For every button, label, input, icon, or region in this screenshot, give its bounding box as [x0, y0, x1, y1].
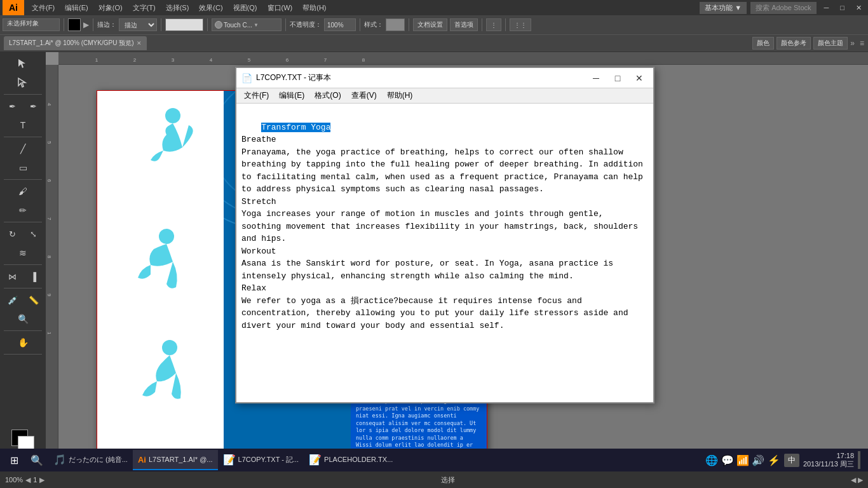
zoom-nav-right[interactable]: ▶ — [39, 476, 44, 484]
touch-label: Touch C... — [224, 22, 252, 29]
menu-help[interactable]: 帮助(H) — [297, 2, 331, 14]
document-tab[interactable]: L7START_1.Ai* @ 100% (CMYK/GPU 预览) ✕ — [4, 36, 147, 50]
windows-taskbar: ⊞ 🔍 🎵 だったのに (純音... Ai L7START_1.AI* @...… — [0, 449, 868, 471]
menu-object[interactable]: 对象(O) — [93, 2, 128, 14]
taskbar-icons-misc[interactable]: 🌐 💬 📶 🔊 ⚡ — [705, 454, 780, 466]
tool-divider-5 — [4, 264, 42, 265]
stroke-label: 描边： — [97, 20, 116, 29]
toolbar-divider-1 — [64, 18, 64, 31]
pen-add-tool[interactable]: ✒ — [24, 97, 43, 115]
np-menu-help[interactable]: 帮助(H) — [382, 89, 418, 102]
taskbar-item-illustrator[interactable]: Ai L7START_1.AI* @... — [133, 450, 218, 470]
pencil-tool[interactable]: ✏ — [3, 201, 43, 219]
status-text: 选择 — [441, 475, 455, 485]
more-options-btn[interactable]: ⋮ — [486, 18, 501, 31]
notepad-titlebar: 📄 L7COPY.TXT - 记事本 ─ □ ✕ — [236, 68, 653, 88]
column-graph-tool[interactable]: ▐ — [24, 268, 43, 285]
measure-tool[interactable]: 📏 — [24, 291, 43, 309]
doc-tab-close-btn[interactable]: ✕ — [137, 40, 142, 46]
toolbar-divider-9 — [505, 18, 506, 31]
menu-edit[interactable]: 编辑(E) — [60, 2, 93, 14]
doc-settings-btn[interactable]: 文档设置 — [413, 18, 447, 31]
menu-file[interactable]: 文件(F) — [27, 2, 60, 14]
menu-view[interactable]: 视图(Q) — [228, 2, 262, 14]
pen-tools: ✒ ✒ — [3, 97, 43, 115]
notepad-menubar: 文件(F) 编辑(E) 格式(O) 查看(V) 帮助(H) — [236, 88, 653, 104]
top-right-controls: 基本功能 ▼ 搜索 Adobe Stock ─ □ ✕ — [700, 2, 865, 14]
style-box[interactable] — [386, 18, 405, 31]
tool-divider-8 — [4, 354, 42, 355]
panels-menu-btn[interactable]: ≡ — [860, 39, 864, 48]
search-stock-input[interactable]: 搜索 Adobe Stock — [750, 2, 816, 14]
blend-tool[interactable]: ⋈ — [3, 268, 22, 285]
rotate-tool[interactable]: ↻ — [3, 225, 22, 243]
blend-tools: ⋈ ▐ — [3, 268, 43, 285]
np-menu-view[interactable]: 查看(V) — [346, 89, 382, 102]
taskbar-time-display: 17:18 — [836, 452, 854, 459]
toolbar: 未选择对象 ▶ 描边： 描边 Touch C... ▼ 不透明度： 样式： 文档… — [0, 15, 868, 34]
opacity-input[interactable] — [324, 18, 356, 31]
type-tool[interactable]: T — [3, 116, 43, 134]
start-button[interactable]: ⊞ — [3, 450, 25, 470]
workspace-dropdown[interactable]: 基本功能 ▼ — [700, 2, 747, 14]
color-fill-input[interactable] — [165, 18, 203, 31]
ruler-left: 4 5 6 7 8 9 1 — [46, 65, 58, 471]
fill-arrow-icon: ▶ — [83, 20, 89, 29]
toolbar-divider-6 — [360, 18, 360, 31]
notepad-minimize-btn[interactable]: ─ — [587, 69, 605, 87]
input-language-indicator[interactable]: 中 — [784, 454, 799, 467]
close-btn[interactable]: ✕ — [852, 4, 865, 12]
menu-text[interactable]: 文字(T) — [128, 2, 161, 14]
svg-point-0 — [165, 108, 180, 123]
toolbar-divider-4 — [207, 18, 208, 31]
pen-tool[interactable]: ✒ — [3, 97, 22, 115]
zoom-tool[interactable]: 🔍 — [3, 310, 43, 328]
taskbar-item-notepad[interactable]: 📝 L7COPY.TXT - 記... — [218, 450, 304, 470]
taskbar-search-btn[interactable]: 🔍 — [25, 450, 48, 470]
touch-dropdown[interactable]: Touch C... ▼ — [212, 18, 281, 31]
top-menu-bar: Ai 文件(F) 编辑(E) 对象(O) 文字(T) 选择(S) 效果(C) 视… — [0, 0, 868, 15]
eyedropper-tool[interactable]: 💉 — [3, 291, 22, 309]
direct-selection-tool[interactable] — [3, 74, 43, 92]
status-arrows[interactable]: ◀ ▶ — [851, 476, 863, 484]
hand-tool[interactable]: ✋ — [3, 334, 43, 351]
np-menu-file[interactable]: 文件(F) — [239, 89, 274, 102]
color-ref-panel-btn[interactable]: 颜色参考 — [776, 37, 811, 50]
preferences-btn[interactable]: 首选项 — [450, 18, 478, 31]
show-desktop-btn[interactable] — [858, 451, 860, 469]
tool-divider-3 — [4, 179, 42, 180]
arrange-btn[interactable]: ⋮⋮ — [510, 18, 531, 31]
minimize-btn[interactable]: ─ — [820, 4, 833, 11]
np-menu-edit[interactable]: 编辑(E) — [274, 89, 309, 102]
warp-tool[interactable]: ≋ — [3, 244, 43, 262]
notepad-maximize-btn[interactable]: □ — [609, 69, 627, 87]
selection-tool[interactable] — [3, 55, 43, 72]
maximize-btn[interactable]: □ — [836, 4, 848, 11]
panels-expand-btn[interactable]: » — [850, 39, 855, 48]
menu-effect[interactable]: 效果(C) — [194, 2, 227, 14]
paintbrush-tool[interactable]: 🖌 — [3, 182, 43, 200]
selection-indicator: 未选择对象 — [3, 18, 60, 31]
menu-window[interactable]: 窗口(W) — [262, 2, 298, 14]
placeholder-taskbar-icon: 📝 — [309, 454, 322, 466]
shape-tool[interactable]: ▭ — [3, 159, 43, 177]
menu-select[interactable]: 选择(S) — [161, 2, 194, 14]
notepad-window: 📄 L7COPY.TXT - 记事本 ─ □ ✕ 文件(F) 编辑(E) 格式(… — [235, 67, 654, 403]
taskbar-item-music[interactable]: 🎵 だったのに (純音... — [48, 450, 133, 470]
tool-divider-4 — [4, 222, 42, 222]
scale-tool[interactable]: ⤡ — [24, 225, 43, 243]
yoga-figure-2 — [128, 217, 205, 302]
line-tool[interactable]: ╱ — [3, 140, 43, 158]
taskbar-item-placeholder[interactable]: 📝 PLACEHOLDER.TX... — [304, 450, 398, 470]
zoom-nav-left[interactable]: ◀ — [25, 476, 31, 484]
notepad-content[interactable]: Transform Yoga Breathe Pranayama, the yo… — [236, 104, 653, 402]
np-menu-format[interactable]: 格式(O) — [309, 89, 346, 102]
taskbar-clock[interactable]: 17:18 2013/11/13 周三 — [803, 452, 854, 469]
notepad-close-btn[interactable]: ✕ — [630, 69, 648, 87]
fill-color-box[interactable] — [68, 18, 81, 31]
yoga-figure-1 — [128, 103, 205, 182]
color-theme-panel-btn[interactable]: 颜色主题 — [813, 37, 848, 50]
taskbar-item-music-label: だったのに (純音... — [69, 455, 128, 464]
color-panel-btn[interactable]: 颜色 — [752, 37, 774, 50]
stroke-weight-select[interactable]: 描边 — [119, 18, 157, 31]
